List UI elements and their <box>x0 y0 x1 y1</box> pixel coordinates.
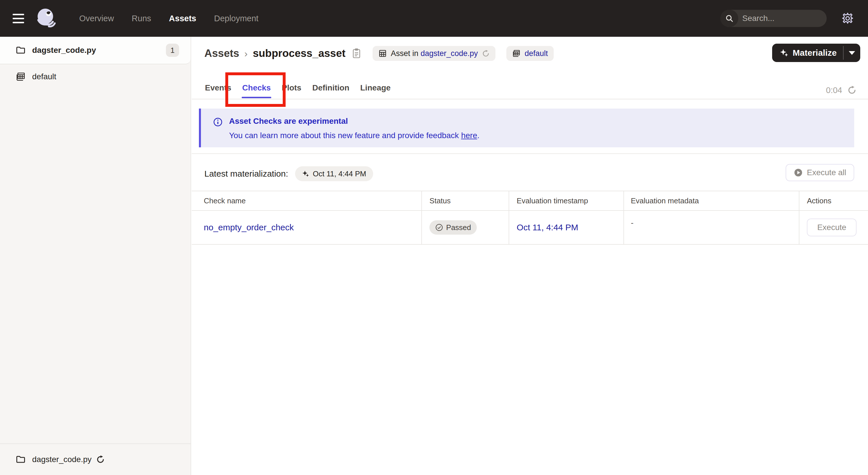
tab-lineage[interactable]: Lineage <box>360 77 391 99</box>
asset-groups-sidebar: dagster_code.py 1 default dagster_code.p… <box>0 37 191 475</box>
breadcrumb-assets-link[interactable]: Assets <box>205 48 239 59</box>
banner-body: You can learn more about this new featur… <box>229 131 479 140</box>
materialization-timestamp: Oct 11, 4:44 PM <box>313 170 366 178</box>
search-input[interactable] <box>738 14 827 23</box>
execute-all-button[interactable]: Execute all <box>786 164 854 181</box>
column-header-actions: Actions <box>799 197 868 205</box>
tag-prefix: Asset in <box>391 49 418 58</box>
folder-icon <box>16 45 26 55</box>
nav-item-runs[interactable]: Runs <box>132 14 151 23</box>
materialization-timestamp-badge[interactable]: Oct 11, 4:44 PM <box>295 166 373 181</box>
sidebar-item-dagster-code[interactable]: dagster_code.py 1 <box>0 37 191 64</box>
nav-item-overview[interactable]: Overview <box>79 14 114 23</box>
sparkle-icon <box>780 48 789 57</box>
asset-count-badge: 1 <box>166 43 179 57</box>
copy-asset-name-icon[interactable] <box>351 48 362 59</box>
checks-table-header: Check name Status Evaluation timestamp E… <box>192 191 868 211</box>
dagster-logo-icon[interactable] <box>36 7 57 29</box>
column-header-check-name: Check name <box>192 191 422 210</box>
refresh-page-icon[interactable] <box>847 86 857 95</box>
nav-item-deployment[interactable]: Deployment <box>214 14 259 23</box>
search-box[interactable]: / <box>720 10 827 27</box>
refresh-timer: 0:04 <box>826 84 857 96</box>
column-header-evaluation-metadata: Evaluation metadata <box>624 191 799 210</box>
asset-group-link[interactable]: default <box>525 49 548 58</box>
hamburger-menu-icon[interactable] <box>12 14 26 23</box>
column-header-evaluation-timestamp: Evaluation timestamp <box>509 191 624 210</box>
sidebar-footer-label: dagster_code.py <box>32 455 92 464</box>
materialize-button[interactable]: Materialize <box>772 43 860 62</box>
breadcrumb-separator: › <box>244 48 247 59</box>
sidebar-item-default-group[interactable]: default <box>0 64 191 89</box>
status-label: Passed <box>446 223 471 232</box>
execute-button[interactable]: Execute <box>807 218 857 236</box>
execute-all-label: Execute all <box>807 168 846 177</box>
section-divider <box>192 153 868 154</box>
sparkle-icon <box>302 170 309 177</box>
sidebar-item-label: dagster_code.py <box>32 46 96 55</box>
sidebar-item-label: default <box>32 72 56 81</box>
tab-events[interactable]: Events <box>205 77 232 99</box>
info-icon <box>213 117 223 127</box>
status-badge: Passed <box>429 220 477 235</box>
feedback-link[interactable]: here <box>461 131 477 140</box>
play-circle-icon <box>794 168 803 177</box>
chevron-down-icon <box>849 51 855 55</box>
asset-location-tag: Asset in dagster_code.py <box>373 46 495 61</box>
asset-group-icon <box>512 49 521 58</box>
materialize-label: Materialize <box>793 48 837 58</box>
table-row: no_empty_order_check Passed Oct 11, 4:44… <box>192 211 868 245</box>
column-header-status: Status <box>422 191 509 210</box>
search-icon <box>720 10 738 27</box>
tabs-divider <box>192 99 868 99</box>
sidebar-footer: dagster_code.py <box>0 443 191 475</box>
top-nav-menu: Overview Runs Assets Deployment <box>79 14 258 23</box>
breadcrumb: Assets › subprocess_asset Asset in dagst… <box>205 43 554 64</box>
nav-item-assets[interactable]: Assets <box>169 14 196 23</box>
tab-definition[interactable]: Definition <box>312 77 350 99</box>
experimental-banner: Asset Checks are experimental You can le… <box>199 109 854 147</box>
materialize-dropdown-button[interactable] <box>844 43 860 62</box>
banner-title: Asset Checks are experimental <box>229 117 479 126</box>
evaluation-metadata-value: - <box>631 218 633 228</box>
evaluation-timestamp-link[interactable]: Oct 11, 4:44 PM <box>517 222 578 232</box>
dagster-asset-checks-page: Overview Runs Assets Deployment / dags <box>0 0 868 475</box>
settings-gear-icon[interactable] <box>841 12 854 25</box>
main-content: Assets › subprocess_asset Asset in dagst… <box>192 37 868 475</box>
folder-icon <box>16 454 26 465</box>
grid-icon <box>378 49 387 58</box>
timer-value: 0:04 <box>826 86 842 95</box>
asset-group-tag: default <box>506 46 554 61</box>
page-title: subprocess_asset <box>253 48 346 59</box>
check-circle-icon <box>435 224 443 232</box>
tab-plots[interactable]: Plots <box>281 77 302 99</box>
latest-materialization-row: Latest materialization: Oct 11, 4:44 PM <box>205 165 373 182</box>
top-navigation-bar: Overview Runs Assets Deployment / <box>0 0 868 37</box>
asset-group-icon <box>16 71 26 82</box>
checks-table: Check name Status Evaluation timestamp E… <box>192 191 868 245</box>
code-location-link[interactable]: dagster_code.py <box>421 49 478 58</box>
refresh-icon[interactable] <box>482 50 490 57</box>
asset-tabs: Events Checks Plots Definition Lineage <box>205 77 391 99</box>
reload-code-location-icon[interactable] <box>96 455 105 464</box>
check-name-link[interactable]: no_empty_order_check <box>204 222 294 232</box>
tab-checks[interactable]: Checks <box>242 77 272 99</box>
latest-materialization-label: Latest materialization: <box>205 169 288 179</box>
